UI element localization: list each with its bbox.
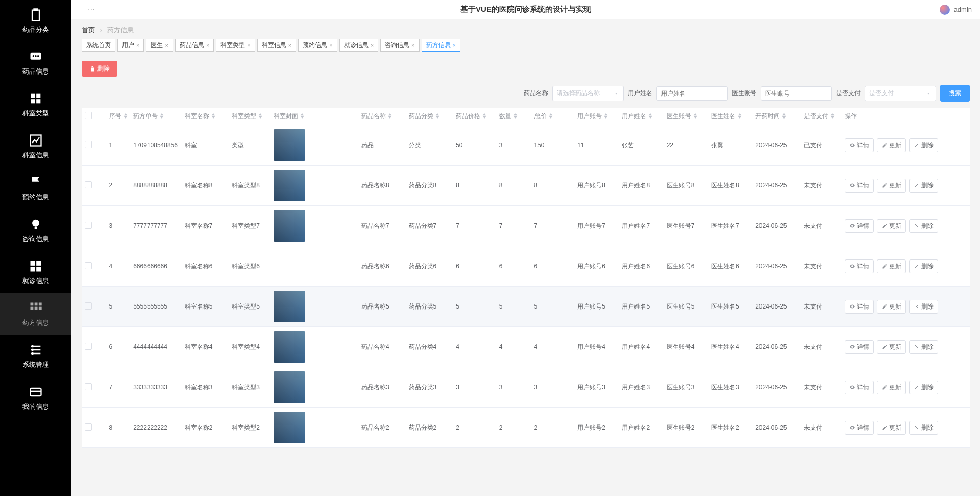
- svg-rect-20: [35, 307, 38, 310]
- delete-button[interactable]: 删除: [82, 61, 117, 77]
- cell-total: 4: [531, 327, 575, 367]
- row-checkbox[interactable]: [85, 302, 92, 310]
- col-header-8[interactable]: 数量: [496, 108, 531, 125]
- col-header-13[interactable]: 医生姓名: [708, 108, 752, 125]
- tab-9[interactable]: 药方信息×: [422, 39, 460, 52]
- row-delete-button[interactable]: 删除: [909, 219, 938, 233]
- row-checkbox[interactable]: [85, 222, 92, 229]
- tab-5[interactable]: 科室信息×: [257, 39, 296, 52]
- row-checkbox[interactable]: [85, 423, 92, 431]
- svg-rect-7: [31, 99, 35, 103]
- col-header-12[interactable]: 医生账号: [664, 108, 708, 125]
- col-header-10[interactable]: 用户账号: [574, 108, 619, 125]
- close-icon[interactable]: ×: [453, 42, 456, 49]
- close-icon[interactable]: ×: [247, 42, 250, 49]
- detail-button[interactable]: 详情: [845, 179, 874, 193]
- col-header-11[interactable]: 用户姓名: [619, 108, 663, 125]
- detail-button[interactable]: 详情: [845, 219, 874, 233]
- detail-button[interactable]: 详情: [845, 381, 874, 394]
- row-delete-button[interactable]: 删除: [909, 259, 938, 273]
- sidebar-item-3[interactable]: 科室信息: [0, 126, 71, 168]
- tab-8[interactable]: 咨询信息×: [380, 39, 419, 52]
- col-header-6[interactable]: 药品分类: [406, 108, 453, 125]
- col-header-3[interactable]: 科室类型: [229, 108, 271, 125]
- tab-3[interactable]: 药品信息×: [175, 39, 214, 52]
- col-header-4[interactable]: 科室封面: [271, 108, 358, 125]
- sidebar-item-1[interactable]: 药品信息: [0, 42, 71, 84]
- update-button[interactable]: 更新: [877, 138, 906, 152]
- sidebar-item-label: 系统管理: [22, 360, 49, 369]
- sidebar-item-7[interactable]: 药方信息: [0, 293, 71, 335]
- tab-4[interactable]: 科室类型×: [216, 39, 255, 52]
- filter-drugname-select[interactable]: 请选择药品名称: [552, 86, 624, 101]
- avatar[interactable]: [940, 5, 950, 15]
- update-button[interactable]: 更新: [877, 300, 906, 314]
- tab-7[interactable]: 就诊信息×: [339, 39, 378, 52]
- close-icon[interactable]: ×: [288, 42, 291, 49]
- detail-button[interactable]: 详情: [845, 340, 874, 354]
- row-delete-button[interactable]: 删除: [909, 381, 938, 394]
- row-checkbox[interactable]: [85, 343, 92, 350]
- col-header-15[interactable]: 是否支付: [801, 108, 841, 125]
- cell-pay: 未支付: [801, 246, 841, 287]
- detail-button[interactable]: 详情: [845, 138, 874, 152]
- col-header-2[interactable]: 科室名称: [182, 108, 229, 125]
- col-header-0[interactable]: 序号: [106, 108, 131, 125]
- sidebar-item-8[interactable]: 系统管理: [0, 335, 71, 377]
- sidebar-item-9[interactable]: 我的信息: [0, 377, 71, 419]
- col-header-14[interactable]: 开药时间: [752, 108, 801, 125]
- close-icon[interactable]: ×: [329, 42, 332, 49]
- thumbnail: [274, 250, 305, 282]
- col-header-1[interactable]: 药方单号: [130, 108, 181, 125]
- cell-dacc: 医生账号5: [664, 287, 708, 327]
- tab-label: 咨询信息: [385, 41, 409, 50]
- tab-2[interactable]: 医生×: [146, 39, 173, 52]
- update-button[interactable]: 更新: [877, 259, 906, 273]
- row-checkbox[interactable]: [85, 383, 92, 390]
- detail-button[interactable]: 详情: [845, 259, 874, 273]
- close-icon[interactable]: ×: [165, 42, 168, 49]
- close-icon[interactable]: ×: [411, 42, 414, 49]
- tab-0[interactable]: 系统首页: [82, 39, 115, 52]
- cell-uname: 用户姓名5: [619, 287, 663, 327]
- update-button[interactable]: 更新: [877, 179, 906, 193]
- close-icon[interactable]: ×: [371, 42, 374, 49]
- sidebar-item-6[interactable]: 就诊信息: [0, 251, 71, 293]
- search-button[interactable]: 搜索: [940, 85, 970, 102]
- filter-doctoracc-input[interactable]: [761, 86, 832, 101]
- update-button[interactable]: 更新: [877, 219, 906, 233]
- col-header-5[interactable]: 药品名称: [358, 108, 406, 125]
- col-header-7[interactable]: 药品价格: [453, 108, 496, 125]
- row-checkbox[interactable]: [85, 181, 92, 188]
- tab-6[interactable]: 预约信息×: [298, 39, 337, 52]
- row-delete-button[interactable]: 删除: [909, 138, 938, 152]
- filter-username-input[interactable]: [656, 86, 728, 101]
- update-button[interactable]: 更新: [877, 340, 906, 354]
- filter-paid-select[interactable]: 是否支付: [865, 86, 936, 101]
- col-header-9[interactable]: 总价: [531, 108, 575, 125]
- detail-button[interactable]: 详情: [845, 300, 874, 314]
- sidebar-item-2[interactable]: 科室类型: [0, 84, 71, 126]
- sidebar-item-5[interactable]: 咨询信息: [0, 209, 71, 251]
- svg-rect-21: [39, 307, 42, 310]
- row-checkbox[interactable]: [85, 262, 92, 269]
- detail-button[interactable]: 详情: [845, 421, 874, 435]
- breadcrumb-home[interactable]: 首页: [82, 26, 95, 34]
- row-delete-button[interactable]: 删除: [909, 179, 938, 193]
- username[interactable]: admin: [954, 6, 972, 13]
- row-checkbox[interactable]: [85, 141, 92, 148]
- row-delete-button[interactable]: 删除: [909, 340, 938, 354]
- close-icon[interactable]: ×: [136, 42, 139, 49]
- select-all-checkbox[interactable]: [85, 112, 92, 119]
- menu-toggle-icon[interactable]: ···: [80, 5, 94, 14]
- thumbnail: [274, 412, 305, 443]
- close-icon[interactable]: ×: [206, 42, 209, 49]
- update-button[interactable]: 更新: [877, 421, 906, 435]
- svg-rect-8: [36, 99, 40, 103]
- tab-1[interactable]: 用户×: [117, 39, 144, 52]
- row-delete-button[interactable]: 删除: [909, 300, 938, 314]
- update-button[interactable]: 更新: [877, 381, 906, 394]
- row-delete-button[interactable]: 删除: [909, 421, 938, 435]
- sidebar-item-0[interactable]: 药品分类: [0, 0, 71, 42]
- sidebar-item-4[interactable]: 预约信息: [0, 168, 71, 209]
